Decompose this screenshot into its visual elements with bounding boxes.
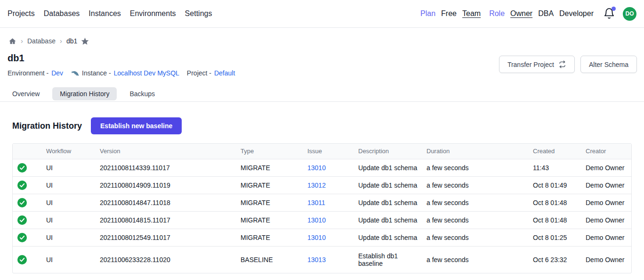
avatar[interactable]: DO — [623, 7, 636, 21]
account-area: Plan Free Team Role Owner DBA Developer … — [420, 7, 636, 21]
nav-item-environments[interactable]: Environments — [130, 9, 176, 18]
section-title: Migration History — [12, 121, 82, 131]
breadcrumb-item-db1: db1 — [66, 37, 77, 45]
success-check-icon — [17, 255, 27, 264]
issue-link[interactable]: 13010 — [307, 216, 326, 224]
column-header-status — [13, 144, 46, 159]
tab-backups[interactable]: Backups — [122, 87, 162, 100]
instance-label: Instance - — [82, 68, 111, 78]
column-header-issue: Issue — [307, 144, 358, 159]
cell-duration: a few seconds — [427, 194, 533, 211]
cell-creator: Demo Owner — [586, 211, 631, 229]
role-label: Role — [489, 9, 505, 18]
cell-type: BASELINE — [241, 246, 307, 273]
database-tabs: Overview Migration History Backups — [0, 87, 644, 102]
cell-created: Oct 8 01:49 — [533, 176, 586, 194]
cell-workflow: UI — [46, 211, 100, 229]
success-check-icon — [17, 181, 27, 190]
tab-migration-history[interactable]: Migration History — [52, 87, 117, 100]
issue-link[interactable]: 13010 — [307, 164, 326, 172]
cell-workflow: UI — [46, 176, 100, 194]
home-icon[interactable] — [8, 37, 16, 45]
cell-creator: Demo Owner — [586, 176, 631, 194]
breadcrumb-item-database[interactable]: Database — [27, 37, 56, 45]
migration-table-body: UI 20211008114339.11017 MIGRATE 13010 Up… — [13, 159, 631, 273]
cell-creator: Demo Owner — [586, 246, 631, 273]
issue-link[interactable]: 13012 — [307, 181, 326, 189]
cell-version: 20211006233228.11020 — [100, 246, 241, 273]
bell-icon — [603, 13, 615, 21]
issue-link[interactable]: 13011 — [307, 199, 325, 206]
cell-creator: Demo Owner — [586, 159, 631, 176]
issue-link[interactable]: 13013 — [307, 256, 326, 264]
chevron-right-icon: › — [60, 37, 62, 45]
migration-history-row[interactable]: UI 20211008114339.11017 MIGRATE 13010 Up… — [13, 159, 631, 176]
plan-upgrade-link[interactable]: Team — [462, 9, 481, 18]
project-link[interactable]: Default — [214, 68, 235, 78]
role-option-developer[interactable]: Developer — [559, 9, 594, 18]
top-navigation-bar: Projects Databases Instances Environment… — [0, 0, 644, 28]
cell-version: 20211008014909.11019 — [100, 176, 241, 194]
cell-version: 20211008114339.11017 — [100, 159, 241, 176]
migration-history-table: Workflow Version Type Issue Description … — [12, 143, 632, 273]
plan-current-value: Free — [441, 9, 457, 18]
success-check-icon — [17, 198, 27, 207]
cell-creator: Demo Owner — [586, 194, 631, 211]
column-header-created: Created — [533, 144, 586, 159]
cell-duration: a few seconds — [427, 176, 533, 194]
tab-overview[interactable]: Overview — [5, 87, 47, 100]
nav-item-instances[interactable]: Instances — [89, 9, 121, 18]
alter-schema-label: Alter Schema — [589, 61, 628, 68]
migration-history-row[interactable]: UI 20211008014815.11017 MIGRATE 13010 Up… — [13, 211, 631, 229]
cell-type: MIGRATE — [241, 211, 307, 229]
cell-created: Oct 8 01:48 — [533, 211, 586, 229]
migration-history-row[interactable]: UI 20211006233228.11020 BASELINE 13013 E… — [13, 246, 631, 273]
favorite-star-icon[interactable] — [80, 37, 89, 46]
cell-description: Update db1 schema — [358, 211, 427, 229]
cell-duration: a few seconds — [427, 211, 533, 229]
cell-type: MIGRATE — [241, 159, 307, 176]
instance-link[interactable]: Localhost Dev MySQL — [114, 68, 179, 78]
header-actions: Transfer Project Alter Schema — [499, 56, 637, 73]
cell-version: 20211008014847.11018 — [100, 194, 241, 211]
establish-new-baseline-button[interactable]: Establish new baseline — [91, 117, 182, 134]
role-option-dba[interactable]: DBA — [538, 9, 554, 18]
cell-created: Oct 6 23:32 — [533, 246, 586, 273]
cell-workflow: UI — [46, 159, 100, 176]
cell-duration: a few seconds — [427, 246, 533, 273]
cell-type: MIGRATE — [241, 229, 307, 246]
switch-arrows-icon — [558, 60, 566, 68]
environment-link[interactable]: Dev — [51, 68, 63, 78]
mysql-dolphin-icon — [71, 70, 79, 76]
issue-link[interactable]: 13010 — [307, 234, 326, 241]
cell-duration: a few seconds — [427, 229, 533, 246]
cell-creator: Demo Owner — [586, 229, 631, 246]
migration-history-section-header: Migration History Establish new baseline — [12, 117, 644, 134]
breadcrumb: › Database › db1 — [0, 28, 644, 46]
transfer-project-button[interactable]: Transfer Project — [499, 56, 575, 73]
success-check-icon — [17, 233, 27, 242]
column-header-creator: Creator — [586, 144, 631, 159]
role-option-owner[interactable]: Owner — [510, 9, 532, 18]
table-header-row: Workflow Version Type Issue Description … — [13, 144, 631, 159]
nav-item-projects[interactable]: Projects — [8, 9, 35, 18]
transfer-project-label: Transfer Project — [507, 61, 554, 68]
cell-duration: a few seconds — [427, 159, 533, 176]
notification-bell-button[interactable] — [603, 8, 615, 20]
alter-schema-button[interactable]: Alter Schema — [580, 56, 637, 73]
cell-description: Update db1 schema — [358, 176, 427, 194]
project-label: Project - — [187, 68, 211, 78]
nav-item-settings[interactable]: Settings — [185, 9, 212, 18]
success-check-icon — [17, 163, 27, 173]
column-header-version: Version — [100, 144, 241, 159]
cell-type: MIGRATE — [241, 176, 307, 194]
migration-history-row[interactable]: UI 20211008014909.11019 MIGRATE 13012 Up… — [13, 176, 631, 194]
migration-history-row[interactable]: UI 20211008012549.11017 MIGRATE 13010 Up… — [13, 229, 631, 246]
nav-item-databases[interactable]: Databases — [44, 9, 80, 18]
column-header-description: Description — [358, 144, 427, 159]
cell-description: Update db1 schema — [358, 194, 427, 211]
main-menu: Projects Databases Instances Environment… — [8, 9, 212, 18]
migration-history-row[interactable]: UI 20211008014847.11018 MIGRATE 13011 Up… — [13, 194, 631, 211]
cell-description: Update db1 schema — [358, 229, 427, 246]
column-header-workflow: Workflow — [46, 144, 100, 159]
